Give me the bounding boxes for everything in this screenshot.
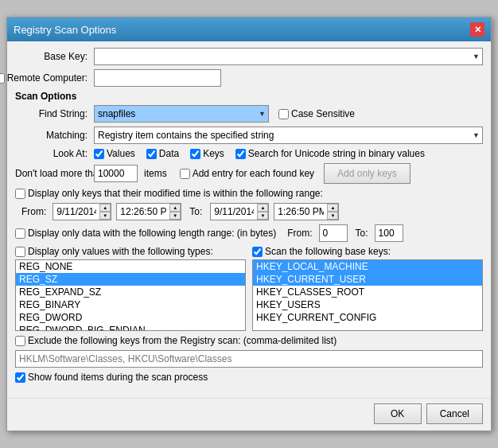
look-at-label: Look At:: [15, 148, 91, 159]
exclude-keys-input[interactable]: [15, 350, 483, 368]
display-types-label: Display only values with the following t…: [28, 246, 213, 257]
length-from-label: From:: [287, 228, 312, 239]
show-found-label: Show found items during the scan process: [28, 372, 208, 383]
base-key-label: Base Key:: [15, 51, 91, 62]
from-date-wrapper: ▲ ▼: [53, 203, 111, 220]
dont-load-row: Don't load more than items Add entry for…: [15, 163, 483, 184]
dont-load-input[interactable]: [94, 165, 138, 182]
values-label: Values: [107, 148, 135, 159]
cancel-button[interactable]: Cancel: [426, 403, 483, 424]
list-item[interactable]: HKEY_LOCAL_MACHINE: [253, 260, 482, 273]
two-lists-section: Display only values with the following t…: [15, 246, 483, 331]
to-date-down-btn[interactable]: ▼: [257, 212, 268, 220]
show-found-checkbox[interactable]: [15, 372, 25, 383]
display-length-row: Display only data with the following len…: [15, 224, 483, 242]
remote-computer-checkbox-label: Remote Computer:: [0, 72, 88, 84]
remote-computer-label: Remote Computer:: [7, 72, 88, 84]
from-time-spin: ▲ ▼: [169, 204, 181, 220]
items-label: items: [144, 168, 167, 179]
to-time-down-btn[interactable]: ▼: [327, 212, 338, 220]
matching-select[interactable]: Registry item contains the specified str…: [94, 127, 483, 144]
to-date-wrapper: ▲ ▼: [210, 203, 269, 220]
list-item[interactable]: REG_SZ: [16, 273, 245, 286]
to-time-up-btn[interactable]: ▲: [327, 204, 338, 212]
from-time-wrapper: ▲ ▼: [116, 203, 181, 220]
title-bar: Registry Scan Options ✕: [7, 18, 491, 41]
show-found-row: Show found items during the scan process: [15, 372, 483, 383]
base-key-select[interactable]: [94, 48, 483, 65]
list-item[interactable]: HKEY_CLASSES_ROOT: [253, 286, 482, 298]
list-item[interactable]: HKEY_CURRENT_CONFIG: [253, 311, 482, 324]
to-time-wrapper: ▲ ▼: [274, 203, 339, 220]
display-modified-row: Display only keys that their modified ti…: [15, 188, 483, 199]
to-time-spin: ▲ ▼: [327, 204, 338, 220]
keys-label: Keys: [203, 148, 224, 159]
scan-base-keys-header-row: Scan the following base keys:: [252, 246, 483, 257]
length-to-input[interactable]: [375, 224, 403, 242]
list-item[interactable]: REG_DWORD_BIG_ENDIAN: [16, 324, 245, 331]
display-types-checkbox[interactable]: [15, 247, 25, 257]
scan-base-keys-listbox[interactable]: HKEY_LOCAL_MACHINE HKEY_CURRENT_USER HKE…: [252, 259, 483, 331]
list-item[interactable]: REG_NONE: [16, 260, 245, 273]
scan-options-title: Scan Options: [15, 91, 483, 102]
list-item[interactable]: REG_EXPAND_SZ: [16, 286, 245, 298]
find-string-select[interactable]: snapfiles: [94, 105, 269, 123]
dialog-title: Registry Scan Options: [14, 24, 116, 36]
display-length-label: Display only data with the following len…: [28, 228, 276, 239]
registry-scan-dialog: Registry Scan Options ✕ Base Key: ▼ Remo…: [6, 17, 492, 431]
to-date-up-btn[interactable]: ▲: [257, 204, 268, 212]
display-length-checkbox[interactable]: [15, 228, 25, 239]
display-types-section: Display only values with the following t…: [15, 246, 246, 331]
add-only-keys-button[interactable]: Add only keys: [324, 163, 410, 184]
list-item[interactable]: REG_BINARY: [16, 298, 245, 311]
exclude-keys-row: Exclude the following keys from the Regi…: [15, 335, 483, 346]
display-length-checkbox-label: Display only data with the following len…: [15, 228, 276, 239]
exclude-keys-input-row: [15, 350, 483, 368]
case-sensitive-checkbox[interactable]: [278, 109, 289, 119]
keys-checkbox[interactable]: [190, 149, 200, 159]
list-item[interactable]: HKEY_USERS: [253, 298, 482, 311]
to-label: To:: [189, 206, 202, 217]
close-button[interactable]: ✕: [470, 22, 484, 37]
scan-base-keys-label: Scan the following base keys:: [265, 246, 391, 257]
ok-button[interactable]: OK: [374, 403, 422, 424]
date-range-row: From: ▲ ▼ ▲ ▼ To: ▲ ▼: [21, 203, 483, 220]
from-date-spin: ▲ ▼: [99, 204, 111, 220]
from-date-up-btn[interactable]: ▲: [99, 204, 111, 212]
list-item[interactable]: HKEY_CURRENT_USER: [253, 273, 482, 286]
look-at-row: Look At: Values Data Keys Search for Uni…: [15, 148, 483, 159]
matching-combo-wrapper: Registry item contains the specified str…: [94, 127, 483, 144]
display-types-checkbox-label: Display only values with the following t…: [15, 246, 213, 257]
length-from-input[interactable]: [319, 224, 348, 242]
base-key-combo-wrapper: ▼: [94, 48, 483, 65]
display-types-listbox[interactable]: REG_NONE REG_SZ REG_EXPAND_SZ REG_BINARY…: [15, 259, 246, 331]
scan-base-keys-checkbox-label: Scan the following base keys:: [252, 246, 391, 257]
unicode-checkbox-label: Search for Unicode string in binary valu…: [235, 148, 425, 159]
from-time-up-btn[interactable]: ▲: [169, 204, 181, 212]
add-entry-checkbox[interactable]: [180, 169, 190, 179]
find-string-label: Find String:: [15, 108, 91, 119]
unicode-checkbox[interactable]: [235, 149, 246, 159]
exclude-keys-checkbox-label: Exclude the following keys from the Regi…: [15, 335, 337, 346]
data-label: Data: [159, 148, 179, 159]
scan-base-keys-section: Scan the following base keys: HKEY_LOCAL…: [252, 246, 483, 331]
remote-computer-checkbox[interactable]: [0, 73, 5, 84]
display-modified-checkbox-label: Display only keys that their modified ti…: [15, 188, 323, 199]
list-item[interactable]: REG_DWORD: [16, 311, 245, 324]
from-date-down-btn[interactable]: ▼: [99, 212, 111, 220]
add-entry-checkbox-label: Add entry for each found key: [180, 168, 314, 179]
exclude-keys-label: Exclude the following keys from the Regi…: [28, 335, 337, 346]
from-time-down-btn[interactable]: ▼: [169, 212, 181, 220]
scan-base-keys-checkbox[interactable]: [252, 247, 263, 257]
from-label: From:: [21, 206, 46, 217]
remote-computer-input[interactable]: [94, 69, 221, 87]
find-string-combo-wrapper: snapfiles ▼: [94, 105, 269, 123]
values-checkbox[interactable]: [94, 149, 104, 159]
base-key-row: Base Key: ▼: [15, 48, 483, 65]
exclude-keys-checkbox[interactable]: [15, 336, 25, 346]
display-modified-label: Display only keys that their modified ti…: [28, 188, 323, 199]
data-checkbox[interactable]: [146, 149, 157, 159]
display-modified-checkbox[interactable]: [15, 189, 25, 199]
matching-label: Matching:: [15, 130, 91, 141]
remote-computer-row: Remote Computer:: [15, 69, 483, 87]
